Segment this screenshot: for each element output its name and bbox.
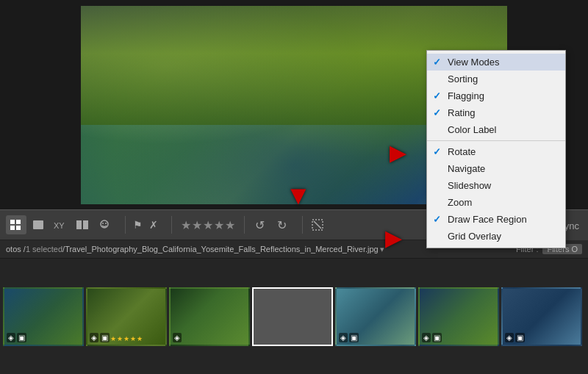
- save-icon: ▣: [515, 333, 525, 342]
- menu-item-navigate[interactable]: Navigate: [427, 160, 565, 177]
- menu-item-zoom[interactable]: Zoom: [427, 194, 565, 211]
- filmstrip-thumb-5[interactable]: ◈▣: [335, 287, 416, 346]
- tag-icon: ◈: [505, 333, 514, 342]
- single-view-btn[interactable]: [28, 215, 49, 234]
- star-3[interactable]: ★: [203, 218, 213, 232]
- filmstrip-thumb-2[interactable]: ◈▣★★★★★: [86, 287, 167, 346]
- thumb-star-1: ★: [117, 335, 123, 342]
- tag-icon: ◈: [422, 333, 431, 342]
- svg-text:XY: XY: [54, 221, 65, 230]
- menu-item-color-label[interactable]: Color Label: [427, 121, 565, 138]
- view-mode-group: XY: [6, 215, 115, 234]
- svg-line-12: [314, 221, 321, 229]
- thumb-icons-2: ◈▣: [90, 333, 110, 342]
- thumb-icons-1: ◈▣: [7, 333, 26, 342]
- star-rating-group: ★ ★ ★ ★ ★: [181, 218, 235, 232]
- star-2[interactable]: ★: [192, 218, 202, 232]
- svg-rect-2: [10, 226, 15, 230]
- save-icon: ▣: [17, 333, 26, 342]
- selected-count: 1 selected: [26, 245, 62, 253]
- tag-icon: ◈: [339, 333, 348, 342]
- svg-rect-1: [16, 220, 21, 224]
- rotate-cw-btn[interactable]: ↻: [271, 215, 292, 234]
- crop-btn[interactable]: [307, 215, 328, 234]
- save-icon: ▣: [100, 333, 110, 342]
- sep-1: [125, 216, 126, 234]
- filmstrip-thumb-3[interactable]: ◈: [169, 287, 250, 346]
- menu-item-flagging[interactable]: Flagging: [427, 87, 565, 104]
- filmstrip: ◈▣◈▣★★★★★◈◈▣◈▣◈▣: [0, 259, 588, 374]
- svg-rect-6: [76, 220, 82, 229]
- filmstrip-thumb-1[interactable]: ◈▣: [3, 287, 84, 346]
- svg-rect-3: [16, 226, 21, 230]
- save-icon: ▣: [349, 333, 359, 342]
- menu-item-grid-overlay[interactable]: Grid Overlay: [427, 228, 565, 245]
- menu-item-sorting[interactable]: Sorting: [427, 71, 565, 87]
- xy-view-btn[interactable]: XY: [50, 215, 71, 234]
- svg-rect-4: [33, 220, 43, 229]
- menu-separator: [427, 140, 565, 141]
- thumb-star-2: ★: [123, 335, 129, 342]
- sep-2: [171, 216, 172, 234]
- grid-view-btn[interactable]: [6, 215, 26, 234]
- svg-rect-0: [10, 220, 15, 224]
- thumb-icons-6: ◈▣: [422, 333, 442, 342]
- compare-view-btn[interactable]: [72, 215, 93, 234]
- thumb-star-0: ★: [110, 335, 116, 342]
- svg-rect-7: [83, 220, 88, 229]
- rotate-group: ↺ ↻: [249, 215, 292, 234]
- rotate-ccw-btn[interactable]: ↺: [249, 215, 270, 234]
- sep-3: [244, 216, 245, 234]
- menu-item-slideshow[interactable]: Slideshow: [427, 177, 565, 194]
- face-view-btn[interactable]: [94, 215, 115, 234]
- star-5[interactable]: ★: [225, 218, 235, 232]
- context-menu: View ModesSortingFlaggingRatingColor Lab…: [426, 50, 566, 248]
- filmstrip-thumb-6[interactable]: ◈▣: [418, 287, 499, 346]
- sep-4: [302, 216, 303, 234]
- save-icon: ▣: [432, 333, 442, 342]
- menu-item-view-modes[interactable]: View Modes: [427, 54, 565, 71]
- star-1[interactable]: ★: [181, 218, 191, 232]
- filmstrip-thumb-7[interactable]: ◈▣: [501, 287, 582, 346]
- thumb-star-4: ★: [137, 335, 143, 342]
- filmstrip-thumb-4[interactable]: [252, 287, 333, 346]
- reject-btn[interactable]: ✗: [146, 217, 161, 232]
- menu-item-draw-face-region[interactable]: Draw Face Region: [427, 211, 565, 228]
- thumb-stars-2: ★★★★★: [110, 335, 143, 342]
- menu-item-rating[interactable]: Rating: [427, 104, 565, 121]
- tag-icon: ◈: [173, 333, 182, 342]
- thumb-star-3: ★: [130, 335, 136, 342]
- flag-group: ⚑ ✗: [130, 217, 161, 232]
- thumb-icons-3: ◈: [173, 333, 182, 342]
- filename: Travel_Photography_Blog_California_Yosem…: [65, 245, 379, 253]
- svg-point-10: [105, 223, 107, 224]
- svg-point-9: [102, 223, 104, 224]
- thumb-icons-5: ◈▣: [339, 333, 359, 342]
- photos-prefix: otos /: [6, 245, 26, 253]
- filename-dropdown[interactable]: ▾: [380, 245, 384, 254]
- star-4[interactable]: ★: [214, 218, 224, 232]
- tag-icon: ◈: [7, 333, 15, 342]
- menu-item-rotate[interactable]: Rotate: [427, 143, 565, 160]
- tag-icon: ◈: [90, 333, 98, 342]
- thumb-icons-7: ◈▣: [505, 333, 525, 342]
- flag-btn[interactable]: ⚑: [130, 217, 145, 232]
